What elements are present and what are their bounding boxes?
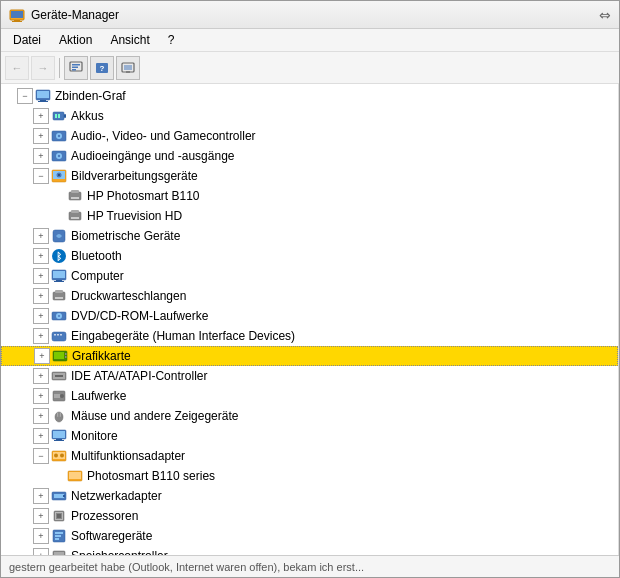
menu-bar: Datei Aktion Ansicht ?	[1, 29, 619, 52]
tree-panel[interactable]: − Zbinden-Graf +	[1, 84, 619, 555]
biometrische-icon	[51, 228, 67, 244]
forward-button[interactable]: →	[31, 56, 55, 80]
bluetooth-label: Bluetooth	[71, 249, 122, 263]
netzwerkadapter-expand[interactable]: +	[33, 488, 49, 504]
tree-item-druckwarteschlangen[interactable]: + Druckwarteschlangen	[1, 286, 618, 306]
softwaregeraete-expand[interactable]: +	[33, 528, 49, 544]
audio-expand[interactable]: +	[33, 128, 49, 144]
tree-item-bildverarbeitungsgeraete[interactable]: − Bildverarbeitungsgeräte	[1, 166, 618, 186]
root-label: Zbinden-Graf	[55, 89, 126, 103]
tree-item-monitore[interactable]: + Monitore	[1, 426, 618, 446]
svg-rect-56	[65, 353, 67, 355]
speichercontroller-expand[interactable]: +	[33, 548, 49, 555]
svg-rect-43	[54, 281, 64, 282]
druckwarteschlangen-expand[interactable]: +	[33, 288, 49, 304]
restore-icon[interactable]: ⇔	[599, 7, 611, 23]
audioeingaenge-expand[interactable]: +	[33, 148, 49, 164]
svg-rect-19	[55, 114, 57, 118]
tree-item-softwaregeraete[interactable]: + Softwaregeräte	[1, 526, 618, 546]
tree-item-computer[interactable]: + Computer	[1, 266, 618, 286]
tree-item-grafikkarte[interactable]: + Grafikkarte	[1, 346, 618, 366]
audio-label: Audio-, Video- und Gamecontroller	[71, 129, 256, 143]
dvd-expand[interactable]: +	[33, 308, 49, 324]
bildverarbeitungsgeraete-expand[interactable]: −	[33, 168, 49, 184]
computer-label: Computer	[71, 269, 124, 283]
svg-point-26	[58, 155, 60, 157]
hp-truevision-icon	[67, 208, 83, 224]
tree-item-laufwerke[interactable]: + Laufwerke	[1, 386, 618, 406]
tree-item-bluetooth[interactable]: + ᛒ Bluetooth	[1, 246, 618, 266]
svg-rect-41	[53, 271, 65, 278]
svg-rect-1	[11, 11, 23, 18]
menu-help[interactable]: ?	[160, 31, 183, 49]
svg-rect-79	[63, 495, 65, 497]
svg-point-74	[60, 454, 64, 458]
back-button[interactable]: ←	[5, 56, 29, 80]
hp-photosmart-icon	[67, 188, 83, 204]
maeuse-expand[interactable]: +	[33, 408, 49, 424]
svg-rect-3	[12, 21, 22, 22]
tree-item-akkus[interactable]: + Akkus	[1, 106, 618, 126]
prozessoren-expand[interactable]: +	[33, 508, 49, 524]
monitore-label: Monitore	[71, 429, 118, 443]
tree-item-speichercontroller[interactable]: + Speichercontroller	[1, 546, 618, 555]
akkus-icon	[51, 108, 67, 124]
computer-expand[interactable]: +	[33, 268, 49, 284]
audio-icon	[51, 128, 67, 144]
druckwarteschlangen-icon	[51, 288, 67, 304]
device-manager-window: Geräte-Manager ⇔ Datei Aktion Ansicht ? …	[0, 0, 620, 578]
tree-item-hp-truevision[interactable]: HP Truevision HD	[1, 206, 618, 226]
monitore-expand[interactable]: +	[33, 428, 49, 444]
ide-expand[interactable]: +	[33, 368, 49, 384]
grafikkarte-expand[interactable]: +	[34, 348, 50, 364]
multifunktionsadapter-expand[interactable]: −	[33, 448, 49, 464]
akkus-expand[interactable]: +	[33, 108, 49, 124]
tree-item-maeuse[interactable]: + Mäuse und andere Zeigegeräte	[1, 406, 618, 426]
menu-aktion[interactable]: Aktion	[51, 31, 100, 49]
biometrische-expand[interactable]: +	[33, 228, 49, 244]
multifunktionsadapter-icon	[51, 448, 67, 464]
audioeingaenge-label: Audioeingänge und -ausgänge	[71, 149, 234, 163]
tree-item-eingabegeraete[interactable]: + Eingabegeräte (Human Interface Devices…	[1, 326, 618, 346]
softwaregeraete-icon	[51, 528, 67, 544]
root-expand[interactable]: −	[17, 88, 33, 104]
bluetooth-expand[interactable]: +	[33, 248, 49, 264]
tree-item-multifunktionsadapter[interactable]: − Multifunktionsadapter	[1, 446, 618, 466]
svg-rect-83	[57, 514, 61, 518]
tree-item-photosmart-series[interactable]: Photosmart B110 series	[1, 466, 618, 486]
svg-rect-33	[71, 197, 79, 199]
tree-item-biometrische[interactable]: + Biometrische Geräte	[1, 226, 618, 246]
svg-rect-69	[56, 439, 62, 440]
tree-item-ide[interactable]: + IDE ATA/ATAPI-Controller	[1, 366, 618, 386]
laufwerke-expand[interactable]: +	[33, 388, 49, 404]
svg-rect-6	[72, 66, 78, 68]
toolbar-separator-1	[59, 58, 60, 78]
tree-item-prozessoren[interactable]: + Prozessoren	[1, 506, 618, 526]
svg-rect-11	[124, 65, 132, 70]
svg-rect-42	[56, 280, 62, 281]
tree-item-audio[interactable]: + Audio-, Video- und Gamecontroller	[1, 126, 618, 146]
properties-button[interactable]	[64, 56, 88, 80]
tree-root[interactable]: − Zbinden-Graf	[1, 86, 618, 106]
menu-datei[interactable]: Datei	[5, 31, 49, 49]
svg-text:?: ?	[100, 64, 105, 73]
monitore-icon	[51, 428, 67, 444]
help-button[interactable]: ?	[90, 56, 114, 80]
display-button[interactable]	[116, 56, 140, 80]
svg-rect-14	[37, 91, 49, 98]
eingabegeraete-expand[interactable]: +	[33, 328, 49, 344]
ide-label: IDE ATA/ATAPI-Controller	[71, 369, 207, 383]
svg-rect-68	[53, 431, 65, 438]
tree-item-hp-photosmart[interactable]: HP Photosmart B110	[1, 186, 618, 206]
netzwerkadapter-label: Netzwerkadapter	[71, 489, 162, 503]
svg-rect-63	[54, 394, 60, 398]
svg-rect-87	[55, 538, 59, 540]
menu-ansicht[interactable]: Ansicht	[102, 31, 157, 49]
title-icon	[9, 7, 25, 23]
tree-item-audioeingaenge[interactable]: + Audioeingänge und -ausgänge	[1, 146, 618, 166]
svg-rect-53	[60, 334, 62, 336]
svg-rect-85	[55, 532, 63, 534]
tree-item-netzwerkadapter[interactable]: + Netzwerkadapter	[1, 486, 618, 506]
tree-item-dvd[interactable]: + DVD/CD-ROM-Laufwerke	[1, 306, 618, 326]
svg-rect-36	[71, 217, 79, 219]
